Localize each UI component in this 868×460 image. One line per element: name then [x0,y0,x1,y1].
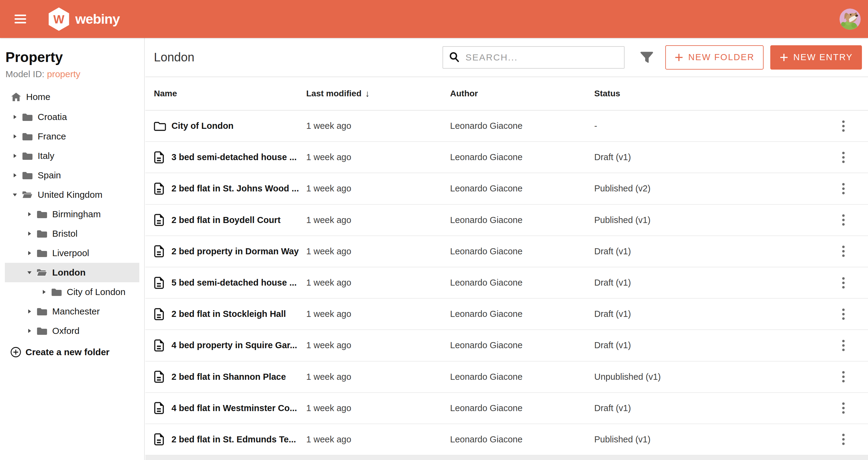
row-actions-menu[interactable] [842,308,845,320]
sidebar-item-united-kingdom[interactable]: United Kingdom [5,185,139,204]
sidebar-item-france[interactable]: France [5,127,139,146]
entry-author: Leonardo Giacone [450,434,594,444]
column-header-last-modified[interactable]: Last modified ↓ [306,88,450,99]
kebab-menu-icon [842,433,845,445]
row-actions-menu[interactable] [842,371,845,383]
hamburger-menu-icon[interactable] [14,15,26,23]
row-actions-menu[interactable] [842,182,845,195]
user-avatar[interactable] [839,8,861,30]
column-header-status: Status [594,89,832,98]
kebab-menu-icon [842,277,845,289]
search-input[interactable] [466,52,619,63]
folder-outline-icon [154,121,166,131]
document-icon [154,370,164,383]
entry-last-modified: 1 week ago [306,215,450,225]
entry-name: 4 bed flat in Westminster Co... [172,403,303,413]
filter-button[interactable] [640,51,654,64]
row-actions-menu[interactable] [842,402,845,414]
table-row[interactable]: 2 bed flat in Boydell Court 1 week ago L… [145,205,868,236]
tree-item-label: Italy [38,151,54,161]
document-icon [154,308,164,320]
entry-name: 5 bed semi-detached house ... [172,278,303,288]
row-actions-menu[interactable] [842,277,845,289]
sidebar-item-home[interactable]: Home [0,87,144,107]
sidebar-item-liverpool[interactable]: Liverpool [5,243,139,263]
plus-circle-icon [10,347,21,357]
sidebar-item-bristol[interactable]: Bristol [5,224,139,243]
entry-status: Draft (v1) [594,309,832,319]
sidebar-item-city-of-london[interactable]: City of London [5,282,139,302]
document-icon [154,151,164,164]
table-row[interactable]: City of London 1 week ago Leonardo Giaco… [145,111,868,142]
sidebar-item-croatia[interactable]: Croatia [5,107,139,127]
entry-status: Published (v1) [594,434,832,444]
create-folder-button[interactable]: Create a new folder [0,342,144,362]
entry-last-modified: 1 week ago [306,340,450,350]
row-actions-menu[interactable] [842,339,845,351]
table-row[interactable]: 2 bed property in Dorman Way 1 week ago … [145,236,868,267]
tree-caret-icon[interactable] [41,289,48,295]
sidebar-item-birmingham[interactable]: Birmingham [5,204,139,224]
kebab-menu-icon [842,402,845,414]
entry-name: 2 bed property in Dorman Way [172,247,305,256]
new-folder-button[interactable]: NEW FOLDER [665,45,764,69]
entry-author: Leonardo Giacone [450,215,594,225]
tree-caret-icon[interactable] [11,192,18,198]
tree-caret-icon[interactable] [26,327,33,334]
document-icon [154,182,164,195]
tree-caret-icon[interactable] [11,172,18,179]
tree-item-label: Spain [38,170,61,180]
model-id-value[interactable]: property [47,69,81,79]
sort-descending-icon[interactable]: ↓ [365,88,370,99]
tree-caret-icon[interactable] [11,152,18,159]
tree-item-label: Birmingham [52,209,101,219]
table-row[interactable]: 2 bed flat in St. Johns Wood ... 1 week … [145,173,868,204]
entries-list: City of London 1 week ago Leonardo Giaco… [145,111,868,455]
webiny-logo[interactable]: W webiny [48,7,120,31]
table-row[interactable]: 5 bed semi-detached house ... 1 week ago… [145,267,868,299]
tree-item-label: Bristol [52,228,78,239]
new-folder-label: NEW FOLDER [688,52,754,62]
tree-caret-icon[interactable] [26,250,33,256]
entry-last-modified: 1 week ago [306,152,450,162]
create-folder-label: Create a new folder [26,347,110,357]
sidebar-item-spain[interactable]: Spain [5,166,139,185]
row-actions-menu[interactable] [842,151,845,164]
table-row[interactable]: 2 bed flat in St. Edmunds Te... 1 week a… [145,424,868,455]
entry-author: Leonardo Giacone [450,183,594,194]
sidebar-item-manchester[interactable]: Manchester [5,302,139,321]
document-icon [154,277,164,289]
table-row[interactable]: 4 bed property in Squire Gar... 1 week a… [145,330,868,361]
sidebar-item-italy[interactable]: Italy [5,146,139,166]
tree-item-label: Oxford [52,326,80,336]
table-row[interactable]: 3 bed semi-detached house ... 1 week ago… [145,142,868,173]
entry-name: 2 bed flat in Stockleigh Hall [172,309,292,319]
table-row[interactable]: 4 bed flat in Westminster Co... 1 week a… [145,393,868,424]
tree-caret-icon[interactable] [26,230,33,237]
table-row[interactable]: 2 bed flat in Stockleigh Hall 1 week ago… [145,299,868,330]
tree-caret-icon[interactable] [26,308,33,315]
tree-caret-icon[interactable] [11,114,18,120]
entry-status: Published (v1) [594,215,832,225]
row-actions-menu[interactable] [842,214,845,226]
folder-closed-icon [51,287,62,296]
document-icon [154,213,164,226]
entry-author: Leonardo Giacone [450,278,594,288]
table-row[interactable]: 2 bed flat in Shannon Place 1 week ago L… [145,362,868,393]
kebab-menu-icon [842,245,845,257]
model-id-label: Model ID: [5,69,44,79]
entry-author: Leonardo Giacone [450,247,594,256]
tree-caret-icon[interactable] [26,211,33,218]
row-actions-menu[interactable] [842,120,845,132]
sidebar-item-oxford[interactable]: Oxford [5,321,139,341]
row-actions-menu[interactable] [842,433,845,445]
tree-caret-icon[interactable] [11,133,18,140]
tree-caret-icon[interactable] [26,269,33,276]
sidebar-item-london[interactable]: London [5,263,139,282]
row-actions-menu[interactable] [842,245,845,257]
entry-name: City of London [172,121,240,131]
folder-closed-icon [22,151,33,161]
plus-icon [674,53,683,62]
new-entry-button[interactable]: NEW ENTRY [770,45,862,69]
tree-item-label: City of London [67,287,125,297]
